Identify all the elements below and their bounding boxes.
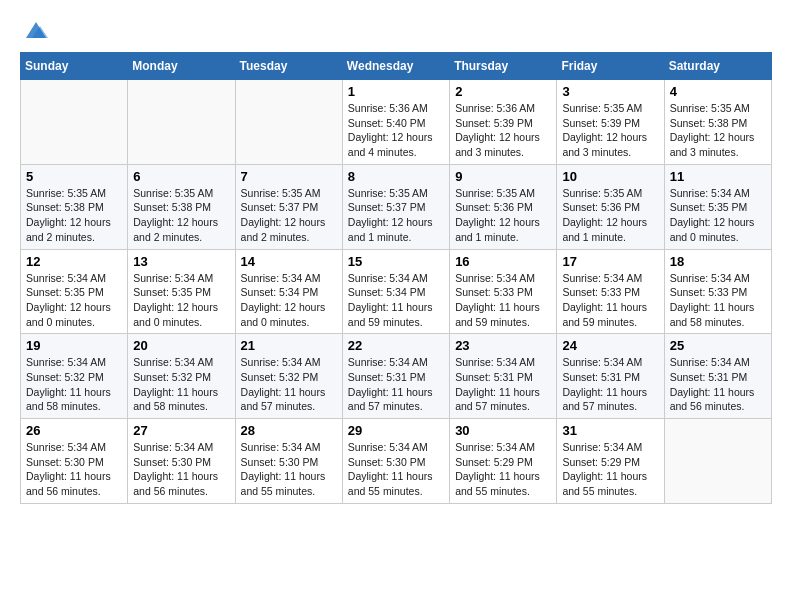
day-number: 21	[241, 338, 337, 353]
day-number: 26	[26, 423, 122, 438]
day-number: 10	[562, 169, 658, 184]
calendar-cell: 28Sunrise: 5:34 AMSunset: 5:30 PMDayligh…	[235, 419, 342, 504]
calendar-cell: 25Sunrise: 5:34 AMSunset: 5:31 PMDayligh…	[664, 334, 771, 419]
calendar-header-row: SundayMondayTuesdayWednesdayThursdayFrid…	[21, 53, 772, 80]
day-info: Sunrise: 5:34 AMSunset: 5:35 PMDaylight:…	[133, 271, 229, 330]
calendar-cell: 23Sunrise: 5:34 AMSunset: 5:31 PMDayligh…	[450, 334, 557, 419]
calendar-cell: 29Sunrise: 5:34 AMSunset: 5:30 PMDayligh…	[342, 419, 449, 504]
weekday-header-saturday: Saturday	[664, 53, 771, 80]
calendar-cell	[128, 80, 235, 165]
calendar-cell	[235, 80, 342, 165]
day-info: Sunrise: 5:35 AMSunset: 5:36 PMDaylight:…	[455, 186, 551, 245]
calendar-cell: 17Sunrise: 5:34 AMSunset: 5:33 PMDayligh…	[557, 249, 664, 334]
logo	[20, 20, 50, 36]
day-number: 31	[562, 423, 658, 438]
logo-icon	[22, 20, 50, 40]
day-number: 16	[455, 254, 551, 269]
calendar-cell: 13Sunrise: 5:34 AMSunset: 5:35 PMDayligh…	[128, 249, 235, 334]
day-info: Sunrise: 5:34 AMSunset: 5:32 PMDaylight:…	[241, 355, 337, 414]
calendar-week-row: 12Sunrise: 5:34 AMSunset: 5:35 PMDayligh…	[21, 249, 772, 334]
calendar-body: 1Sunrise: 5:36 AMSunset: 5:40 PMDaylight…	[21, 80, 772, 504]
day-number: 12	[26, 254, 122, 269]
day-info: Sunrise: 5:34 AMSunset: 5:32 PMDaylight:…	[133, 355, 229, 414]
calendar-cell: 27Sunrise: 5:34 AMSunset: 5:30 PMDayligh…	[128, 419, 235, 504]
day-info: Sunrise: 5:35 AMSunset: 5:38 PMDaylight:…	[133, 186, 229, 245]
page-header	[20, 20, 772, 36]
calendar-cell: 20Sunrise: 5:34 AMSunset: 5:32 PMDayligh…	[128, 334, 235, 419]
calendar-cell: 18Sunrise: 5:34 AMSunset: 5:33 PMDayligh…	[664, 249, 771, 334]
day-info: Sunrise: 5:34 AMSunset: 5:30 PMDaylight:…	[348, 440, 444, 499]
calendar-cell: 7Sunrise: 5:35 AMSunset: 5:37 PMDaylight…	[235, 164, 342, 249]
calendar-cell: 6Sunrise: 5:35 AMSunset: 5:38 PMDaylight…	[128, 164, 235, 249]
calendar-cell: 10Sunrise: 5:35 AMSunset: 5:36 PMDayligh…	[557, 164, 664, 249]
day-info: Sunrise: 5:35 AMSunset: 5:38 PMDaylight:…	[26, 186, 122, 245]
calendar-cell: 11Sunrise: 5:34 AMSunset: 5:35 PMDayligh…	[664, 164, 771, 249]
day-number: 2	[455, 84, 551, 99]
weekday-header-monday: Monday	[128, 53, 235, 80]
calendar-cell: 15Sunrise: 5:34 AMSunset: 5:34 PMDayligh…	[342, 249, 449, 334]
day-number: 8	[348, 169, 444, 184]
calendar-cell: 19Sunrise: 5:34 AMSunset: 5:32 PMDayligh…	[21, 334, 128, 419]
calendar-cell: 26Sunrise: 5:34 AMSunset: 5:30 PMDayligh…	[21, 419, 128, 504]
day-info: Sunrise: 5:34 AMSunset: 5:30 PMDaylight:…	[241, 440, 337, 499]
day-info: Sunrise: 5:34 AMSunset: 5:30 PMDaylight:…	[26, 440, 122, 499]
day-info: Sunrise: 5:35 AMSunset: 5:37 PMDaylight:…	[348, 186, 444, 245]
calendar-cell	[664, 419, 771, 504]
day-info: Sunrise: 5:34 AMSunset: 5:35 PMDaylight:…	[26, 271, 122, 330]
day-info: Sunrise: 5:35 AMSunset: 5:36 PMDaylight:…	[562, 186, 658, 245]
calendar-cell: 4Sunrise: 5:35 AMSunset: 5:38 PMDaylight…	[664, 80, 771, 165]
day-info: Sunrise: 5:36 AMSunset: 5:39 PMDaylight:…	[455, 101, 551, 160]
day-info: Sunrise: 5:34 AMSunset: 5:31 PMDaylight:…	[670, 355, 766, 414]
day-number: 28	[241, 423, 337, 438]
day-number: 14	[241, 254, 337, 269]
day-number: 11	[670, 169, 766, 184]
day-number: 13	[133, 254, 229, 269]
day-number: 25	[670, 338, 766, 353]
calendar-cell: 8Sunrise: 5:35 AMSunset: 5:37 PMDaylight…	[342, 164, 449, 249]
calendar-table: SundayMondayTuesdayWednesdayThursdayFrid…	[20, 52, 772, 504]
calendar-cell: 24Sunrise: 5:34 AMSunset: 5:31 PMDayligh…	[557, 334, 664, 419]
day-info: Sunrise: 5:35 AMSunset: 5:37 PMDaylight:…	[241, 186, 337, 245]
day-info: Sunrise: 5:34 AMSunset: 5:30 PMDaylight:…	[133, 440, 229, 499]
weekday-header-thursday: Thursday	[450, 53, 557, 80]
day-number: 7	[241, 169, 337, 184]
calendar-cell: 2Sunrise: 5:36 AMSunset: 5:39 PMDaylight…	[450, 80, 557, 165]
day-info: Sunrise: 5:34 AMSunset: 5:31 PMDaylight:…	[348, 355, 444, 414]
day-number: 23	[455, 338, 551, 353]
day-number: 24	[562, 338, 658, 353]
day-info: Sunrise: 5:34 AMSunset: 5:32 PMDaylight:…	[26, 355, 122, 414]
day-info: Sunrise: 5:34 AMSunset: 5:34 PMDaylight:…	[241, 271, 337, 330]
day-info: Sunrise: 5:34 AMSunset: 5:33 PMDaylight:…	[562, 271, 658, 330]
calendar-cell: 14Sunrise: 5:34 AMSunset: 5:34 PMDayligh…	[235, 249, 342, 334]
calendar-cell: 12Sunrise: 5:34 AMSunset: 5:35 PMDayligh…	[21, 249, 128, 334]
day-number: 17	[562, 254, 658, 269]
day-info: Sunrise: 5:34 AMSunset: 5:31 PMDaylight:…	[455, 355, 551, 414]
calendar-cell: 30Sunrise: 5:34 AMSunset: 5:29 PMDayligh…	[450, 419, 557, 504]
calendar-cell	[21, 80, 128, 165]
calendar-week-row: 1Sunrise: 5:36 AMSunset: 5:40 PMDaylight…	[21, 80, 772, 165]
day-number: 18	[670, 254, 766, 269]
day-number: 15	[348, 254, 444, 269]
day-number: 4	[670, 84, 766, 99]
day-info: Sunrise: 5:34 AMSunset: 5:29 PMDaylight:…	[455, 440, 551, 499]
calendar-cell: 3Sunrise: 5:35 AMSunset: 5:39 PMDaylight…	[557, 80, 664, 165]
day-number: 19	[26, 338, 122, 353]
day-number: 27	[133, 423, 229, 438]
day-info: Sunrise: 5:35 AMSunset: 5:39 PMDaylight:…	[562, 101, 658, 160]
day-number: 9	[455, 169, 551, 184]
day-number: 5	[26, 169, 122, 184]
weekday-header-wednesday: Wednesday	[342, 53, 449, 80]
day-number: 30	[455, 423, 551, 438]
day-number: 29	[348, 423, 444, 438]
weekday-header-friday: Friday	[557, 53, 664, 80]
calendar-cell: 5Sunrise: 5:35 AMSunset: 5:38 PMDaylight…	[21, 164, 128, 249]
calendar-cell: 21Sunrise: 5:34 AMSunset: 5:32 PMDayligh…	[235, 334, 342, 419]
day-info: Sunrise: 5:34 AMSunset: 5:34 PMDaylight:…	[348, 271, 444, 330]
day-info: Sunrise: 5:34 AMSunset: 5:35 PMDaylight:…	[670, 186, 766, 245]
day-info: Sunrise: 5:36 AMSunset: 5:40 PMDaylight:…	[348, 101, 444, 160]
day-info: Sunrise: 5:34 AMSunset: 5:33 PMDaylight:…	[670, 271, 766, 330]
calendar-cell: 22Sunrise: 5:34 AMSunset: 5:31 PMDayligh…	[342, 334, 449, 419]
day-number: 3	[562, 84, 658, 99]
calendar-cell: 1Sunrise: 5:36 AMSunset: 5:40 PMDaylight…	[342, 80, 449, 165]
calendar-week-row: 26Sunrise: 5:34 AMSunset: 5:30 PMDayligh…	[21, 419, 772, 504]
